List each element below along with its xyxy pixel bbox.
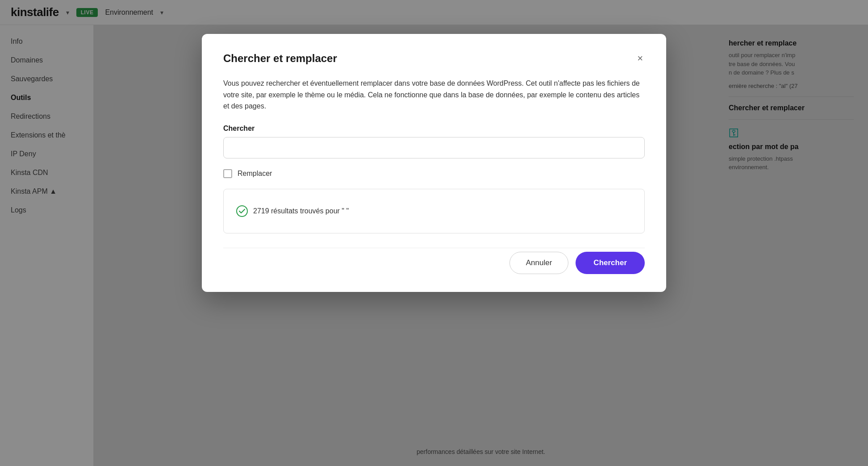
modal-header: Chercher et remplacer × xyxy=(223,52,645,65)
search-input[interactable] xyxy=(223,137,645,158)
replace-row: Remplacer xyxy=(223,169,645,178)
result-text: 2719 résultats trouvés pour " " xyxy=(253,207,349,215)
search-field-label: Chercher xyxy=(223,125,645,133)
modal-dialog: Chercher et remplacer × Vous pouvez rech… xyxy=(202,34,666,292)
success-icon xyxy=(236,205,248,217)
results-box: 2719 résultats trouvés pour " " xyxy=(223,189,645,233)
modal-title: Chercher et remplacer xyxy=(223,52,337,65)
result-row: 2719 résultats trouvés pour " " xyxy=(236,205,349,217)
modal-overlay: Chercher et remplacer × Vous pouvez rech… xyxy=(0,0,868,466)
replace-label: Remplacer xyxy=(238,170,272,178)
svg-point-0 xyxy=(237,206,247,216)
cancel-button[interactable]: Annuler xyxy=(509,252,569,274)
search-button[interactable]: Chercher xyxy=(576,252,645,274)
modal-description: Vous pouvez rechercher et éventuellement… xyxy=(223,78,645,112)
modal-close-button[interactable]: × xyxy=(635,52,645,65)
replace-checkbox[interactable] xyxy=(223,169,232,178)
modal-footer: Annuler Chercher xyxy=(223,248,645,274)
